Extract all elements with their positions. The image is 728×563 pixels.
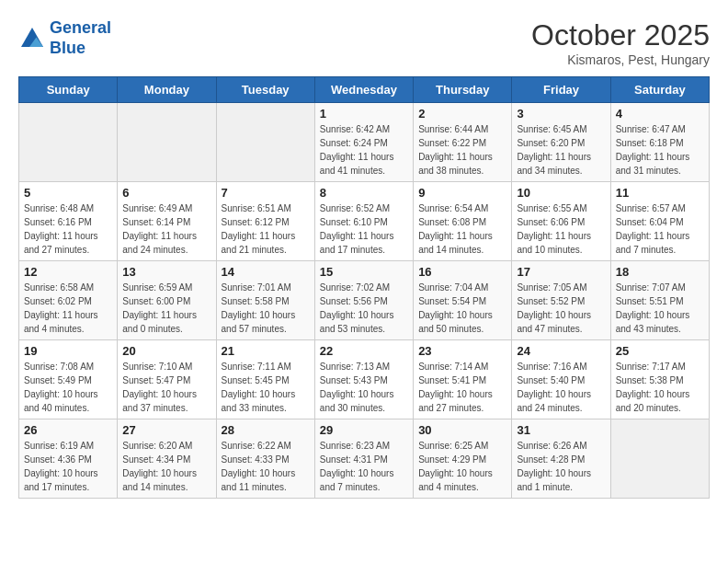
calendar-cell: 20Sunrise: 7:10 AM Sunset: 5:47 PM Dayli… <box>118 340 216 419</box>
calendar-cell: 11Sunrise: 6:57 AM Sunset: 6:04 PM Dayli… <box>610 182 709 261</box>
day-info: Sunrise: 6:25 AM Sunset: 4:29 PM Dayligh… <box>418 439 506 494</box>
day-number: 26 <box>24 423 112 437</box>
logo-text: General Blue <box>50 18 111 58</box>
day-number: 14 <box>222 265 310 279</box>
day-number: 18 <box>616 265 704 279</box>
day-info: Sunrise: 6:20 AM Sunset: 4:34 PM Dayligh… <box>122 439 210 494</box>
day-info: Sunrise: 7:10 AM Sunset: 5:47 PM Dayligh… <box>122 360 210 415</box>
week-row-0: 1Sunrise: 6:42 AM Sunset: 6:24 PM Daylig… <box>19 103 710 182</box>
calendar-cell: 12Sunrise: 6:58 AM Sunset: 6:02 PM Dayli… <box>19 261 118 340</box>
calendar-cell: 7Sunrise: 6:51 AM Sunset: 6:12 PM Daylig… <box>216 182 314 261</box>
day-number: 4 <box>616 107 704 121</box>
day-number: 6 <box>122 186 210 200</box>
calendar-header: SundayMondayTuesdayWednesdayThursdayFrid… <box>19 77 710 103</box>
day-number: 28 <box>222 423 310 437</box>
calendar-cell: 18Sunrise: 7:07 AM Sunset: 5:51 PM Dayli… <box>610 261 709 340</box>
calendar-cell: 31Sunrise: 6:26 AM Sunset: 4:28 PM Dayli… <box>512 419 610 499</box>
calendar-cell: 5Sunrise: 6:48 AM Sunset: 6:16 PM Daylig… <box>19 182 118 261</box>
logo: General Blue <box>18 18 111 58</box>
day-number: 29 <box>320 423 408 437</box>
day-info: Sunrise: 7:07 AM Sunset: 5:51 PM Dayligh… <box>616 281 704 336</box>
day-number: 13 <box>122 265 210 279</box>
calendar-cell: 19Sunrise: 7:08 AM Sunset: 5:49 PM Dayli… <box>19 340 118 419</box>
day-info: Sunrise: 7:13 AM Sunset: 5:43 PM Dayligh… <box>320 360 408 415</box>
header-day-friday: Friday <box>512 77 610 103</box>
day-info: Sunrise: 7:01 AM Sunset: 5:58 PM Dayligh… <box>222 281 310 336</box>
day-number: 9 <box>418 186 506 200</box>
week-row-1: 5Sunrise: 6:48 AM Sunset: 6:16 PM Daylig… <box>19 182 710 261</box>
calendar-cell: 9Sunrise: 6:54 AM Sunset: 6:08 PM Daylig… <box>414 182 512 261</box>
day-number: 1 <box>320 107 408 121</box>
calendar-cell: 15Sunrise: 7:02 AM Sunset: 5:56 PM Dayli… <box>314 261 413 340</box>
day-info: Sunrise: 6:49 AM Sunset: 6:14 PM Dayligh… <box>122 201 210 257</box>
day-number: 17 <box>517 265 605 279</box>
day-number: 21 <box>222 344 310 358</box>
day-number: 8 <box>320 186 408 200</box>
calendar-cell: 23Sunrise: 7:14 AM Sunset: 5:41 PM Dayli… <box>414 340 512 419</box>
day-info: Sunrise: 7:11 AM Sunset: 5:45 PM Dayligh… <box>222 360 310 415</box>
day-info: Sunrise: 6:47 AM Sunset: 6:18 PM Dayligh… <box>616 122 704 178</box>
day-info: Sunrise: 6:44 AM Sunset: 6:22 PM Dayligh… <box>418 122 506 178</box>
day-number: 24 <box>517 344 605 358</box>
calendar-cell: 22Sunrise: 7:13 AM Sunset: 5:43 PM Dayli… <box>314 340 413 419</box>
day-number: 10 <box>517 186 605 200</box>
day-info: Sunrise: 7:04 AM Sunset: 5:54 PM Dayligh… <box>418 281 506 336</box>
day-info: Sunrise: 6:45 AM Sunset: 6:20 PM Dayligh… <box>517 122 605 178</box>
calendar-cell: 13Sunrise: 6:59 AM Sunset: 6:00 PM Dayli… <box>118 261 216 340</box>
calendar-cell: 24Sunrise: 7:16 AM Sunset: 5:40 PM Dayli… <box>512 340 610 419</box>
calendar-cell: 26Sunrise: 6:19 AM Sunset: 4:36 PM Dayli… <box>19 419 118 499</box>
day-info: Sunrise: 7:02 AM Sunset: 5:56 PM Dayligh… <box>320 281 408 336</box>
title-block: October 2025 Kismaros, Pest, Hungary <box>531 18 710 67</box>
day-info: Sunrise: 6:55 AM Sunset: 6:06 PM Dayligh… <box>517 201 605 257</box>
header-day-tuesday: Tuesday <box>216 77 314 103</box>
week-row-4: 26Sunrise: 6:19 AM Sunset: 4:36 PM Dayli… <box>19 419 710 499</box>
day-number: 30 <box>418 423 506 437</box>
calendar-cell <box>118 103 216 182</box>
calendar-cell <box>610 419 709 499</box>
day-info: Sunrise: 6:58 AM Sunset: 6:02 PM Dayligh… <box>24 281 112 336</box>
day-info: Sunrise: 6:51 AM Sunset: 6:12 PM Dayligh… <box>222 201 310 257</box>
calendar-cell: 27Sunrise: 6:20 AM Sunset: 4:34 PM Dayli… <box>118 419 216 499</box>
day-number: 16 <box>418 265 506 279</box>
logo-icon <box>18 25 46 52</box>
day-number: 15 <box>320 265 408 279</box>
day-info: Sunrise: 7:05 AM Sunset: 5:52 PM Dayligh… <box>517 281 605 336</box>
day-number: 11 <box>616 186 704 200</box>
day-info: Sunrise: 6:57 AM Sunset: 6:04 PM Dayligh… <box>616 201 704 257</box>
day-info: Sunrise: 6:48 AM Sunset: 6:16 PM Dayligh… <box>24 201 112 257</box>
calendar-cell: 21Sunrise: 7:11 AM Sunset: 5:45 PM Dayli… <box>216 340 314 419</box>
day-number: 2 <box>418 107 506 121</box>
calendar-cell: 2Sunrise: 6:44 AM Sunset: 6:22 PM Daylig… <box>414 103 512 182</box>
location-subtitle: Kismaros, Pest, Hungary <box>531 52 710 67</box>
day-number: 20 <box>122 344 210 358</box>
day-info: Sunrise: 7:08 AM Sunset: 5:49 PM Dayligh… <box>24 360 112 415</box>
day-number: 12 <box>24 265 112 279</box>
week-row-3: 19Sunrise: 7:08 AM Sunset: 5:49 PM Dayli… <box>19 340 710 419</box>
day-info: Sunrise: 6:22 AM Sunset: 4:33 PM Dayligh… <box>222 439 310 494</box>
calendar-cell: 17Sunrise: 7:05 AM Sunset: 5:52 PM Dayli… <box>512 261 610 340</box>
week-row-2: 12Sunrise: 6:58 AM Sunset: 6:02 PM Dayli… <box>19 261 710 340</box>
calendar-cell: 16Sunrise: 7:04 AM Sunset: 5:54 PM Dayli… <box>414 261 512 340</box>
calendar-cell: 6Sunrise: 6:49 AM Sunset: 6:14 PM Daylig… <box>118 182 216 261</box>
calendar-cell: 10Sunrise: 6:55 AM Sunset: 6:06 PM Dayli… <box>512 182 610 261</box>
calendar-cell: 25Sunrise: 7:17 AM Sunset: 5:38 PM Dayli… <box>610 340 709 419</box>
calendar-cell: 14Sunrise: 7:01 AM Sunset: 5:58 PM Dayli… <box>216 261 314 340</box>
day-info: Sunrise: 7:16 AM Sunset: 5:40 PM Dayligh… <box>517 360 605 415</box>
month-title: October 2025 <box>531 18 710 52</box>
day-info: Sunrise: 6:19 AM Sunset: 4:36 PM Dayligh… <box>24 439 112 494</box>
day-number: 5 <box>24 186 112 200</box>
day-number: 22 <box>320 344 408 358</box>
calendar-table: SundayMondayTuesdayWednesdayThursdayFrid… <box>18 76 710 499</box>
header-day-wednesday: Wednesday <box>314 77 413 103</box>
calendar-cell: 3Sunrise: 6:45 AM Sunset: 6:20 PM Daylig… <box>512 103 610 182</box>
day-info: Sunrise: 6:42 AM Sunset: 6:24 PM Dayligh… <box>320 122 408 178</box>
header-day-monday: Monday <box>118 77 216 103</box>
day-info: Sunrise: 6:59 AM Sunset: 6:00 PM Dayligh… <box>122 281 210 336</box>
calendar-cell: 30Sunrise: 6:25 AM Sunset: 4:29 PM Dayli… <box>414 419 512 499</box>
day-number: 27 <box>122 423 210 437</box>
header-row: SundayMondayTuesdayWednesdayThursdayFrid… <box>19 77 710 103</box>
day-info: Sunrise: 6:52 AM Sunset: 6:10 PM Dayligh… <box>320 201 408 257</box>
day-info: Sunrise: 7:17 AM Sunset: 5:38 PM Dayligh… <box>616 360 704 415</box>
day-number: 7 <box>222 186 310 200</box>
calendar-cell: 29Sunrise: 6:23 AM Sunset: 4:31 PM Dayli… <box>314 419 413 499</box>
